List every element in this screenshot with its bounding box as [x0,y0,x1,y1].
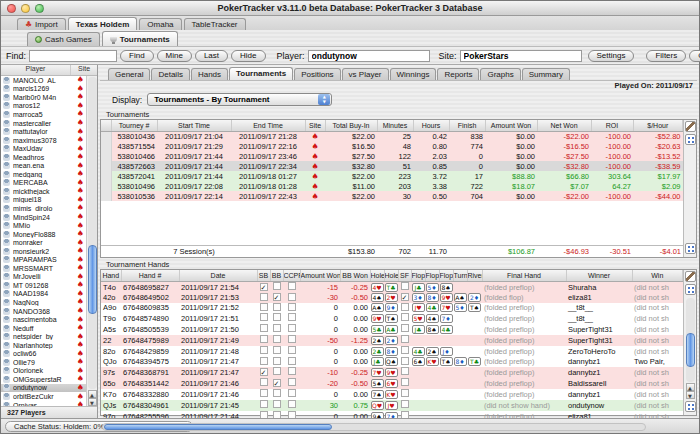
sf-checkbox[interactable] [401,335,409,343]
bb-checkbox[interactable] [273,357,281,365]
filters-button[interactable]: Filters [646,50,686,62]
bb-checkbox[interactable]: ✓ [273,379,281,387]
column-header[interactable]: BB [270,270,283,281]
player-list-item[interactable]: maros12 ♠ [1,102,86,111]
sf-checkbox[interactable] [401,303,409,311]
tab-tabletracker[interactable]: TableTracker [184,18,246,30]
tournament-row[interactable]: 438571554 2011/09/17 21:29 2011/09/17 22… [101,141,683,151]
player-list-item[interactable]: NAAD1984 ♠ [1,290,86,299]
ccpf-checkbox[interactable] [288,367,296,375]
column-header[interactable]: Hand [101,270,121,281]
report-tab[interactable]: Tournaments [229,67,293,80]
player-list-item[interactable]: MANOLO_AL ♠ [1,76,86,85]
sb-checkbox[interactable] [260,346,268,354]
player-list-item[interactable]: MoneyFlo888 ♠ [1,230,86,239]
ccpf-checkbox[interactable] [288,389,296,397]
player-list-item[interactable]: mastercaller ♠ [1,119,86,128]
ccpf-checkbox[interactable] [288,282,296,290]
column-header[interactable]: Hours [413,120,449,131]
sb-checkbox[interactable] [260,389,268,397]
report-tab[interactable]: Graphs [480,68,520,80]
tournament-row[interactable]: 438572041 2011/09/17 21:44 2011/09/18 01… [101,171,683,181]
scrollbar-thumb[interactable] [88,245,97,314]
column-header[interactable]: Flop [439,270,453,281]
hand-row[interactable]: T4o 67648695827 2011/09/17 21:54 ✓ -15 -… [101,281,683,293]
column-header[interactable]: Flop [425,270,439,281]
column-header[interactable]: Win [632,270,683,281]
scroll-up-icon[interactable]: ▲ [88,390,97,398]
column-header[interactable]: Tourney # [111,120,157,131]
sb-checkbox[interactable] [260,378,268,386]
hand-row[interactable]: QJs 67648304961 2011/09/17 21:45 30 0.75… [101,400,683,411]
sf-checkbox[interactable] [401,400,409,408]
player-list-item[interactable]: miguel18 ♠ [1,196,86,205]
grid-options-icon[interactable] [685,401,696,412]
sf-checkbox[interactable] [401,313,409,321]
report-tab[interactable]: General [108,68,150,80]
column-header[interactable]: Total Buy-In [325,120,377,131]
player-list-item[interactable]: nascimentoba ♠ [1,315,86,324]
tab-cash-games[interactable]: Cash Games [27,32,100,46]
sf-checkbox[interactable] [401,324,409,332]
zoom-window-icon[interactable] [35,4,44,13]
hand-row[interactable]: 22 67648475989 2011/09/17 21:49 -50 -1.2… [101,335,683,346]
hand-row[interactable]: 42o 67648649502 2011/09/17 21:53 ✓ -30 -… [101,293,683,303]
hand-row[interactable]: 97s 67648368791 2011/09/17 21:47 ✓ -10 -… [101,367,683,378]
tournament-row[interactable]: 538010536 2011/09/17 22:14 2011/09/17 22… [101,191,683,201]
ccpf-checkbox[interactable] [288,357,296,365]
sf-checkbox[interactable] [401,378,409,386]
find-input[interactable] [29,50,117,62]
sb-checkbox[interactable] [260,324,268,332]
hand-row[interactable]: 65o 67648351442 2011/09/17 21:46 ✓ -20 -… [101,378,683,389]
tournament-row[interactable]: 438572663 2011/09/17 21:44 2011/09/17 22… [101,161,683,171]
player-list-item[interactable]: netspider_by ♠ [1,332,86,341]
player-list-item[interactable]: Olorionek ♠ [1,367,86,376]
player-list-item[interactable]: NANDO368 ♠ [1,307,86,316]
column-header[interactable]: Hand # [121,270,179,281]
column-header[interactable]: Net Won [537,120,591,131]
report-tab[interactable]: Reports [437,68,479,80]
sb-checkbox[interactable] [260,335,268,343]
sf-checkbox[interactable] [401,282,409,290]
player-list-item[interactable]: NagNog ♠ [1,298,86,307]
column-header[interactable]: Minutes [377,120,413,131]
report-tab[interactable]: Winnings [390,68,437,80]
mine-button[interactable]: Mine [157,50,192,62]
bb-checkbox[interactable] [273,313,281,321]
player-list-item[interactable]: MrJovelli ♠ [1,273,86,282]
column-header[interactable]: Flop [411,270,425,281]
ccpf-checkbox[interactable] [288,400,296,408]
bb-checkbox[interactable] [273,303,281,311]
player-list-item[interactable]: mimis_dirolo ♠ [1,204,86,213]
hands-horizontal-scrollbar[interactable]: ◀ ▶ [101,422,683,431]
column-header[interactable]: SF [398,270,411,281]
report-tab[interactable]: vs Player [342,68,389,80]
player-list-item[interactable]: ocliw66 ♠ [1,350,86,359]
tournament-row[interactable]: 538010496 2011/09/17 22:08 2011/09/18 01… [101,181,683,191]
player-list-item[interactable]: monsieurk2 ♠ [1,247,86,256]
hand-row[interactable]: K7o 67648332880 2011/09/17 21:46 0 0.00 … [101,389,683,400]
player-list-item[interactable]: orbitBezCukr ♠ [1,392,86,401]
report-tab[interactable]: Details [151,68,189,80]
scroll-down-icon[interactable]: ▼ [88,398,97,406]
tournament-row[interactable]: 538010436 2011/09/17 21:04 2011/09/17 21… [101,131,683,141]
sf-checkbox[interactable]: ✓ [401,293,409,301]
column-header[interactable]: Finish [449,120,485,131]
column-header[interactable]: SB [257,270,270,281]
player-list-item[interactable]: MPARAMPAS ♠ [1,255,86,264]
clear-button[interactable]: Clear [689,50,700,62]
column-header[interactable]: Hole [370,270,384,281]
player-list-item[interactable]: Neduff ♠ [1,324,86,333]
tab-texas-holdem[interactable]: Texas Holdem [68,17,138,30]
last-button[interactable]: Last [195,50,228,62]
player-list-item[interactable]: MMio ♠ [1,221,86,230]
hand-row[interactable]: 82o 67648429859 2011/09/17 21:48 0 0.00 … [101,346,683,357]
bb-checkbox[interactable] [273,400,281,408]
sb-checkbox[interactable]: ✓ [260,283,268,291]
player-list-item[interactable]: Meadhros ♠ [1,153,86,162]
sf-checkbox[interactable] [401,357,409,365]
bb-checkbox[interactable] [273,335,281,343]
hand-row[interactable]: QJo 67648394575 2011/09/17 21:47 0 0.00 … [101,357,683,367]
sb-checkbox[interactable] [260,313,268,321]
column-header[interactable]: End Time [231,120,305,131]
